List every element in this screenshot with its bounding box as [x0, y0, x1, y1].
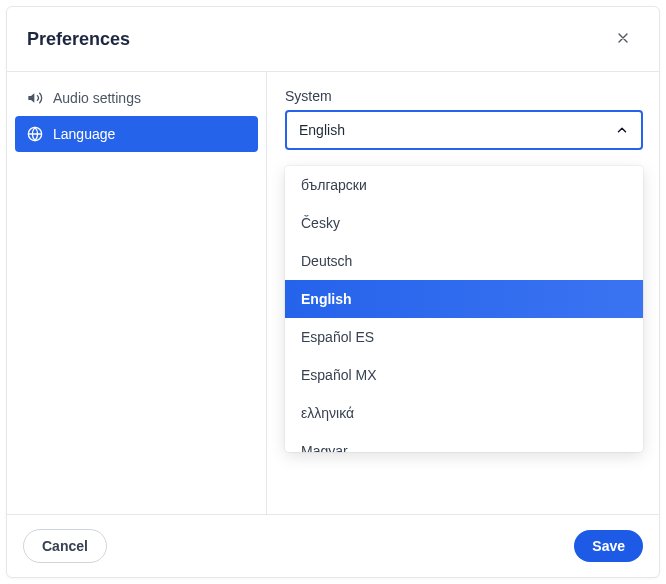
sidebar-item-label: Audio settings	[53, 90, 141, 106]
language-select-value: English	[299, 122, 345, 138]
sidebar-item-language[interactable]: Language	[15, 116, 258, 152]
dialog-body: Audio settings Language System English	[7, 71, 659, 514]
close-button[interactable]	[607, 23, 639, 55]
main-panel: System English български Česky Deutsch E…	[267, 72, 659, 514]
close-icon	[615, 30, 631, 49]
save-button[interactable]: Save	[574, 530, 643, 562]
preferences-dialog: Preferences Audio settings	[6, 6, 660, 578]
language-dropdown: български Česky Deutsch English Español …	[285, 166, 643, 452]
chevron-up-icon	[615, 123, 629, 137]
dialog-header: Preferences	[7, 7, 659, 71]
system-label: System	[285, 88, 643, 104]
sidebar-item-audio-settings[interactable]: Audio settings	[15, 80, 258, 116]
language-option[interactable]: ελληνικά	[285, 394, 643, 432]
language-option[interactable]: Deutsch	[285, 242, 643, 280]
cancel-button[interactable]: Cancel	[23, 529, 107, 563]
language-select-trigger[interactable]: English	[285, 110, 643, 150]
language-option[interactable]: Magyar	[285, 432, 643, 452]
volume-icon	[27, 90, 43, 106]
dialog-title: Preferences	[27, 29, 130, 50]
language-option[interactable]: български	[285, 166, 643, 204]
globe-icon	[27, 126, 43, 142]
language-option[interactable]: Español MX	[285, 356, 643, 394]
language-option[interactable]: Česky	[285, 204, 643, 242]
dialog-footer: Cancel Save	[7, 514, 659, 577]
language-select: English български Česky Deutsch English …	[285, 110, 643, 150]
sidebar-item-label: Language	[53, 126, 115, 142]
sidebar: Audio settings Language	[7, 72, 267, 514]
language-option[interactable]: Español ES	[285, 318, 643, 356]
language-option-selected[interactable]: English	[285, 280, 643, 318]
